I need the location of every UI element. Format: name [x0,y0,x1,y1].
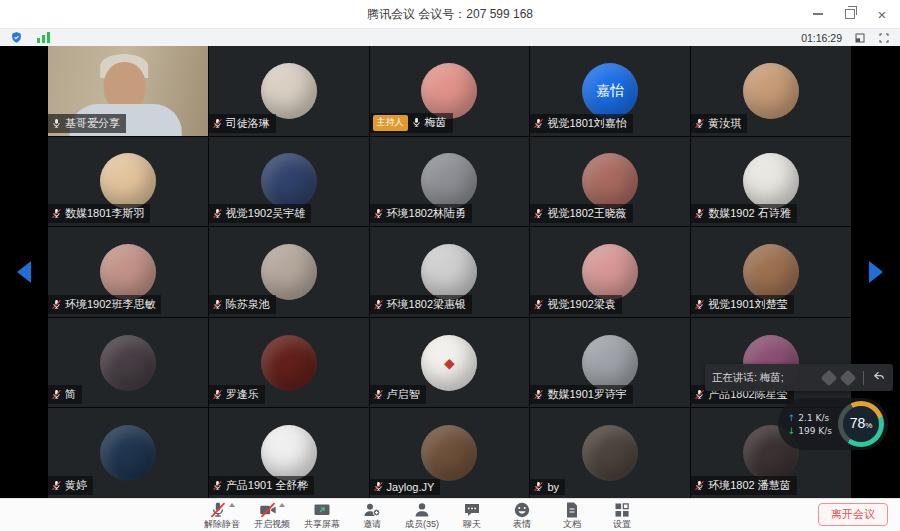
participant-nametag: 罗逢乐 [209,385,265,404]
network-signal-icon[interactable] [37,32,50,43]
meeting-infobar: 01:16:29 [0,29,900,46]
toast-divider [863,371,864,385]
participant-tile[interactable]: 数媒1902 石诗雅 [691,137,851,227]
toolbar-button[interactable]: 聊天 [449,501,496,529]
bottom-toolbar: 解除静音 开启视频 共享屏幕 邀请 成员(35) 聊天 表情 文档 设置 离开会… [0,498,900,531]
participant-name: 产品1901 全舒桦 [226,478,309,493]
close-button[interactable]: × [874,6,890,22]
participant-tile[interactable]: Jaylog.JY [370,408,530,498]
participant-nametag: 基哥爱分享 [48,114,126,133]
gesture-icon [821,369,838,386]
toolbar-button-label: 开启视频 [254,520,290,529]
avatar [582,153,638,209]
toolbar-button[interactable]: 成员(35) [399,501,446,529]
avatar [100,153,156,209]
participant-tile[interactable]: 产品1802陈星莹 [691,318,851,408]
participant-tile[interactable]: 视觉1902吴宇雄 [209,137,369,227]
toolbar-button-label: 共享屏幕 [304,520,340,529]
caret-up-icon[interactable] [229,503,235,507]
participant-tile[interactable]: 罗逢乐 [209,318,369,408]
leave-meeting-button[interactable]: 离开会议 [818,503,888,526]
participant-tile[interactable]: 司徒洛琳 [209,46,369,136]
participant-tile[interactable]: 基哥爱分享 [48,46,208,136]
participant-tile[interactable]: 视觉1902梁袁 [530,227,690,317]
mic-status-icon [694,208,705,219]
participant-tile[interactable]: ◆ 卢启智 [370,318,530,408]
participant-tile[interactable]: 简 [48,318,208,408]
participant-tile[interactable]: 黄汝琪 [691,46,851,136]
toolbar-button[interactable]: 表情 [499,501,546,529]
avatar [261,335,317,391]
participant-tile[interactable]: 数媒1901罗诗宇 [530,318,690,408]
mic-status-icon [533,481,544,492]
participant-name: 视觉1902梁袁 [547,297,615,312]
participant-name: 数媒1901罗诗宇 [547,387,626,402]
participant-nametag: 产品1901 全舒桦 [209,476,315,495]
network-quality-score: 78% [843,406,879,442]
mic-status-icon [694,118,705,129]
maximize-button[interactable] [842,6,858,22]
participant-nametag: 数媒1901罗诗宇 [530,385,632,404]
toolbar-button[interactable]: 开启视频 [249,501,296,529]
mic-status-icon [212,389,223,400]
fullscreen-icon[interactable] [878,32,890,44]
participant-name: 环境1902班李思敏 [65,297,155,312]
reply-arrow-icon[interactable] [871,369,886,386]
layout-switch-icon[interactable] [854,32,866,44]
participant-name: 环境1802林陆勇 [387,206,466,221]
participant-nametag: by [530,479,565,495]
window-titlebar: 腾讯会议 会议号：207 599 168 × [0,0,900,29]
participant-name: 环境1802梁惠银 [387,297,466,312]
toolbar-button-label: 解除静音 [204,520,240,529]
avatar [261,153,317,209]
toolbar-button[interactable]: 文档 [549,501,596,529]
minimize-button[interactable] [810,6,826,22]
toolbar-button-label: 设置 [613,520,631,529]
tencent-meeting-window: 腾讯会议 会议号：207 599 168 × 01:16:29 [0,0,900,531]
participant-tile[interactable]: 陈苏泉池 [209,227,369,317]
mic-status-icon [51,480,62,491]
mic-status-icon [533,208,544,219]
window-controls: × [810,0,890,28]
participant-tile[interactable]: 环境1802林陆勇 [370,137,530,227]
participant-tile[interactable]: 视觉1901刘楚莹 [691,227,851,317]
avatar [743,63,799,119]
toolbar-button[interactable]: 邀请 [349,501,396,529]
prev-page-arrow[interactable] [17,261,31,283]
participant-name: 黄婷 [65,478,87,493]
toolbar-button-label: 聊天 [463,520,481,529]
participant-tile[interactable]: by [530,408,690,498]
toolbar-button-label: 文档 [563,520,581,529]
participant-name: 简 [65,387,76,402]
participant-name: 陈苏泉池 [226,297,270,312]
participant-tile[interactable]: 环境1802梁惠银 [370,227,530,317]
participant-tile[interactable]: 产品1901 全舒桦 [209,408,369,498]
next-page-arrow[interactable] [869,261,883,283]
avatar [421,244,477,300]
participant-tile[interactable]: 数媒1801李斯羽 [48,137,208,227]
avatar [421,63,477,119]
toolbar-items: 解除静音 开启视频 共享屏幕 邀请 成员(35) 聊天 表情 文档 设置 [199,501,646,529]
participant-tile[interactable]: 主持人 梅茵 [370,46,530,136]
participant-tile[interactable]: 嘉怡 视觉1801刘嘉怡 [530,46,690,136]
avatar [582,244,638,300]
mic-status-icon [373,299,384,310]
participant-nametag: 陈苏泉池 [209,295,276,314]
security-shield-icon[interactable] [10,31,23,44]
participant-tile[interactable]: 环境1902班李思敏 [48,227,208,317]
participant-nametag: 环境1902班李思敏 [48,295,161,314]
participant-nametag: 数媒1902 石诗雅 [691,204,797,223]
participant-name: Jaylog.JY [387,481,435,493]
mic-status-icon [212,118,223,129]
participant-tile[interactable]: 视觉1802王晓薇 [530,137,690,227]
avatar [582,335,638,391]
toolbar-button[interactable]: 共享屏幕 [299,501,346,529]
avatar [261,63,317,119]
caret-up-icon[interactable] [279,503,285,507]
toolbar-button[interactable]: 解除静音 [199,501,246,529]
participant-tile[interactable]: 黄婷 [48,408,208,498]
mic-status-icon [694,480,705,491]
participant-nametag: 黄婷 [48,476,93,495]
toolbar-button[interactable]: 设置 [599,501,646,529]
participant-nametag: 环境1802梁惠银 [370,295,472,314]
